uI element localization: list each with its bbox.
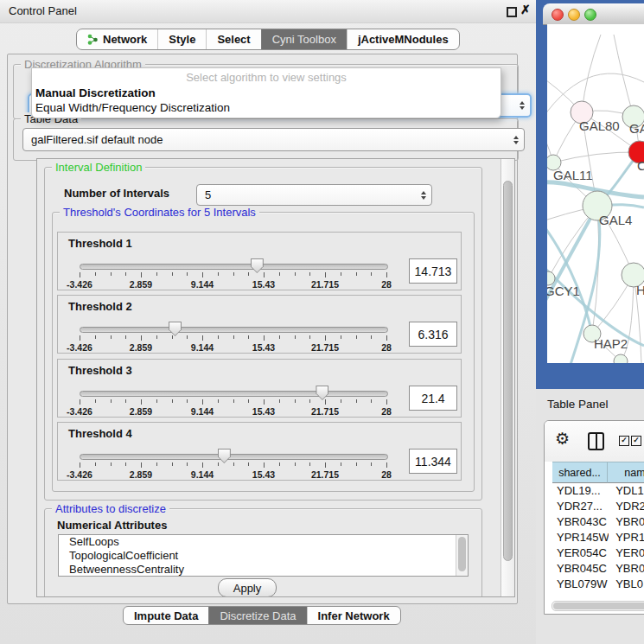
zoom-traffic-light-icon[interactable] xyxy=(584,9,596,21)
interval-definition-group: Interval Definition Number of Intervals … xyxy=(44,167,482,501)
tick-mark xyxy=(295,462,296,466)
table-row[interactable]: YBR043CYBR0 xyxy=(552,513,644,529)
stepper-icon xyxy=(513,136,519,144)
tick-mark xyxy=(202,335,203,341)
menu-item-equal-width-frequency[interactable]: Equal Width/Frequency Discretization xyxy=(35,101,230,114)
slider-track[interactable] xyxy=(80,454,388,460)
tick-mark xyxy=(309,335,310,339)
number-of-intervals-combobox[interactable]: 5 xyxy=(196,184,432,206)
tab-label: Infer Network xyxy=(318,609,390,622)
scale-label: 2.859 xyxy=(130,406,152,417)
slider-thumb[interactable] xyxy=(251,258,264,273)
tick-mark xyxy=(386,462,387,468)
tick-mark xyxy=(80,399,80,405)
threshold-row: Threshold 2-3.4262.8599.14415.4321.71528… xyxy=(57,295,462,354)
split-columns-icon[interactable] xyxy=(588,432,604,450)
table-cell: YBL0 xyxy=(609,576,644,590)
numerical-attributes-list[interactable]: SelfLoopsTopologicalCoefficientBetweenne… xyxy=(58,534,469,577)
list-scrollbar[interactable] xyxy=(456,535,468,576)
slider-track[interactable] xyxy=(80,327,388,333)
tick-mark xyxy=(356,399,357,403)
threshold-value-field[interactable]: 14.713 xyxy=(409,258,457,284)
threshold-slider[interactable]: -3.4262.8599.14415.4321.71528 xyxy=(80,324,386,352)
float-window-icon[interactable] xyxy=(507,7,517,17)
tab-label: Impute Data xyxy=(134,609,198,622)
slider-thumb-face xyxy=(219,450,230,462)
tab-infer-network[interactable]: Infer Network xyxy=(307,607,400,624)
table-cell: YDR27... xyxy=(552,498,609,513)
slider-thumb[interactable] xyxy=(218,449,231,463)
tick-mark xyxy=(80,462,80,468)
threshold-value-field[interactable]: 6.316 xyxy=(409,322,457,347)
numerical-attributes-heading: Numerical Attributes xyxy=(57,519,167,532)
menu-item-manual-discretization[interactable]: Manual Discretization xyxy=(35,86,156,99)
list-item-topologicalcoefficient[interactable]: TopologicalCoefficient xyxy=(59,549,468,563)
tick-mark xyxy=(248,399,249,403)
network-window-titlebar[interactable] xyxy=(543,3,644,25)
apply-button[interactable]: Apply xyxy=(218,578,277,597)
slider-thumb[interactable] xyxy=(316,386,328,400)
checkbox-checked-icon[interactable]: ✓ xyxy=(631,436,641,446)
table-data-combobox[interactable]: galFiltered.sif default node xyxy=(22,128,525,151)
tab-style[interactable]: Style xyxy=(157,29,206,49)
scrollbar-thumb[interactable] xyxy=(503,181,513,561)
tab-label: Style xyxy=(169,33,195,46)
tick-mark xyxy=(341,272,341,276)
scrollbar-thumb[interactable] xyxy=(553,603,644,609)
tab-discretize-data[interactable]: Discretize Data xyxy=(208,607,306,624)
column-header-name[interactable]: name xyxy=(608,462,644,483)
tick-mark xyxy=(187,272,188,276)
slider-track[interactable] xyxy=(80,391,388,397)
threshold-value-field[interactable]: 11.344 xyxy=(409,449,457,474)
scale-label: 9.144 xyxy=(191,406,214,417)
tick-mark xyxy=(371,462,372,466)
tab-jactivemnodules[interactable]: jActiveMNodules xyxy=(347,29,459,49)
table-row[interactable]: YER054CYER0 xyxy=(552,545,644,560)
tab-select[interactable]: Select xyxy=(206,29,260,49)
tick-mark xyxy=(295,335,296,339)
checkbox-checked-icon[interactable]: ✓ xyxy=(619,436,629,446)
vertical-scrollbar[interactable] xyxy=(501,159,514,596)
tick-mark xyxy=(309,462,310,466)
minimize-traffic-light-icon[interactable] xyxy=(568,9,580,21)
tick-mark xyxy=(309,272,310,276)
tick-mark xyxy=(141,335,142,341)
table-row[interactable]: YDL19...YDL1 xyxy=(552,482,644,498)
horizontal-scrollbar[interactable] xyxy=(552,601,644,611)
close-icon[interactable]: ✗ xyxy=(520,3,531,16)
tick-mark xyxy=(80,335,80,341)
table-row[interactable]: YPR145WYPR1 xyxy=(552,529,644,545)
column-header-shared-[interactable]: shared... xyxy=(552,462,608,483)
scale-label: 9.144 xyxy=(191,342,214,353)
threshold-slider[interactable]: -3.4262.8599.14415.4321.71528 xyxy=(80,388,386,416)
slider-track[interactable] xyxy=(80,264,388,270)
slider-thumb[interactable] xyxy=(169,322,182,336)
table-row[interactable]: YBL079WYBL0 xyxy=(552,576,644,590)
table-row[interactable]: YBR045CYBR0 xyxy=(552,560,644,576)
tick-mark xyxy=(295,272,296,276)
tick-mark xyxy=(233,462,234,466)
network-node[interactable] xyxy=(614,354,628,363)
tab-network[interactable]: Network xyxy=(77,29,157,49)
group-label: Attributes to discretize xyxy=(52,502,169,515)
close-traffic-light-icon[interactable] xyxy=(552,9,564,21)
threshold-value-field[interactable]: 21.4 xyxy=(409,386,457,411)
tick-mark xyxy=(172,462,173,466)
tab-cyni-toolbox[interactable]: Cyni Toolbox xyxy=(261,29,347,49)
list-item-betweennesscentrality[interactable]: BetweennessCentrality xyxy=(59,563,468,577)
control-panel-header: Control Panel ✗ xyxy=(0,0,536,23)
list-item-selfloops[interactable]: SelfLoops xyxy=(59,535,468,549)
network-view-canvas[interactable]: GAL80GACGAL11GAL4GCY1HAHAP2 xyxy=(547,24,644,363)
table-panel: ⚙ ✓ ✓ shared...name YDL19...YDL1YDR27...… xyxy=(544,420,644,615)
threshold-slider[interactable]: -3.4262.8599.14415.4321.71528 xyxy=(80,261,386,289)
control-panel: Control Panel ✗ NetworkStyleSelectCyni T… xyxy=(0,0,536,644)
threshold-slider[interactable]: -3.4262.8599.14415.4321.71528 xyxy=(80,451,386,479)
slider-thumb-face xyxy=(252,259,263,272)
tick-mark xyxy=(202,272,203,277)
gear-icon[interactable]: ⚙ xyxy=(555,430,570,447)
scrollbar-thumb[interactable] xyxy=(458,537,466,571)
table-cell: YBR043C xyxy=(552,513,609,529)
scale-label: 15.43 xyxy=(252,279,275,290)
table-row[interactable]: YDR27...YDR2 xyxy=(552,498,644,513)
tab-impute-data[interactable]: Impute Data xyxy=(124,607,208,624)
